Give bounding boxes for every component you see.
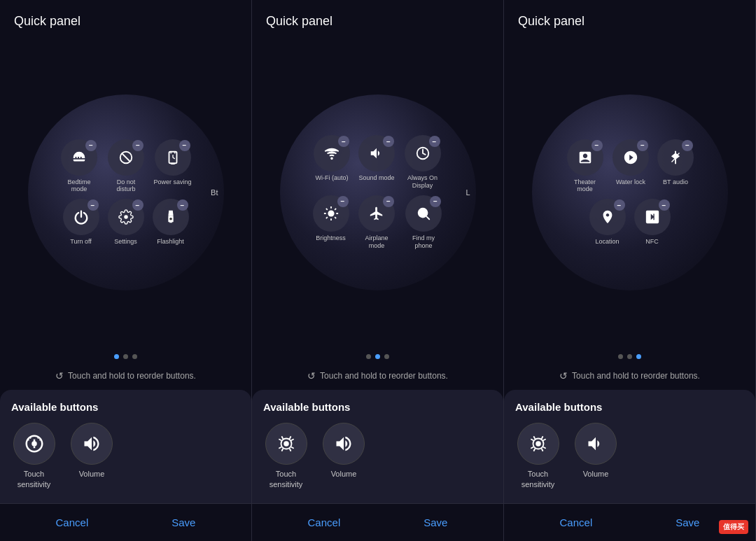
bottom-actions-3: Cancel Save — [504, 503, 755, 541]
volume-label-2: Volume — [331, 469, 357, 479]
powersave-label: Power saving — [153, 178, 191, 186]
volume-btn-2[interactable]: Volume — [323, 423, 365, 489]
dot-1-1[interactable] — [114, 354, 119, 359]
flashlight-label: Flashlight — [157, 238, 184, 246]
available-row-3: Touch sensitivity Volume — [515, 423, 744, 489]
cancel-btn-2[interactable]: Cancel — [294, 514, 355, 531]
touch-label-3: Touch sensitivity — [515, 469, 561, 489]
nfc-label: NFC — [645, 238, 659, 246]
airplane-btn[interactable]: − Airplane mode — [358, 195, 396, 250]
waterlock-label: Water lock — [616, 178, 645, 186]
dot-2-2[interactable] — [375, 354, 380, 359]
btaudio-label: BT audio — [663, 178, 688, 186]
powersave-btn[interactable]: − Power saving — [153, 139, 191, 194]
findphone-label: Find my phone — [405, 234, 443, 250]
dots-1 — [0, 349, 251, 365]
dot-3-2[interactable] — [627, 354, 632, 359]
touch-sensitivity-btn-3[interactable]: Touch sensitivity — [515, 423, 561, 489]
volume-label-1: Volume — [79, 469, 105, 479]
watermark: 值得买 — [719, 520, 748, 534]
touch-icon-1 — [13, 423, 55, 465]
dot-1-3[interactable] — [132, 354, 137, 359]
bedtime-icon: − — [61, 139, 97, 176]
nfc-btn[interactable]: − NFC — [634, 199, 671, 246]
touch-sensitivity-btn-1[interactable]: Touch sensitivity — [11, 423, 57, 489]
volume-btn-3[interactable]: Volume — [575, 423, 617, 489]
findphone-btn[interactable]: − Find my phone — [405, 195, 443, 250]
watch-area-3: − Theater mode − — [504, 36, 755, 349]
svg-point-8 — [169, 218, 172, 220]
bottom-actions-1: Cancel Save — [0, 503, 251, 541]
available-row-1: Touch sensitivity Volume — [11, 423, 240, 489]
watch-row-2-2: − Brightness − — [313, 195, 443, 250]
touch-icon-3 — [517, 423, 559, 465]
location-label: Location — [595, 238, 619, 246]
brightness-btn[interactable]: − Brightness — [313, 195, 349, 250]
aod-icon: − — [405, 135, 441, 171]
aod-label: Always On Display — [403, 174, 442, 190]
save-btn-2[interactable]: Save — [410, 514, 461, 531]
reorder-icon-1: ↺ — [55, 370, 64, 381]
dot-2-1[interactable] — [366, 354, 371, 359]
dnd-btn[interactable]: − Do not disturb — [106, 139, 145, 194]
watch-row-1-2: − Turn off − Settings — [63, 199, 189, 246]
svg-line-1 — [122, 153, 130, 161]
wifi-icon: − — [314, 135, 350, 171]
partial-label-1: Bt — [211, 188, 218, 197]
reorder-icon-3: ↺ — [559, 370, 568, 381]
watch-circle-2: − Wi-Fi (auto) − — [280, 94, 476, 290]
theater-label: Theater mode — [566, 178, 604, 194]
svg-point-16 — [536, 442, 541, 447]
wifi-btn[interactable]: − Wi-Fi (auto) — [314, 135, 350, 190]
watch-circle-3: − Theater mode − — [532, 94, 728, 290]
available-title-1: Available buttons — [11, 401, 240, 413]
available-section-1: Available buttons Touch sensitivity — [0, 390, 251, 503]
sound-label: Sound mode — [358, 174, 394, 182]
turnoff-label: Turn off — [70, 238, 92, 246]
save-btn-3[interactable]: Save — [662, 514, 713, 531]
dot-3-1[interactable] — [618, 354, 623, 359]
turnoff-btn[interactable]: − Turn off — [63, 199, 99, 246]
volume-btn-1[interactable]: Volume — [71, 423, 113, 489]
dot-3-3[interactable] — [636, 354, 641, 359]
cancel-btn-3[interactable]: Cancel — [546, 514, 607, 531]
reorder-hint-2: ↺ Touch and hold to reorder buttons. — [252, 365, 503, 387]
flashlight-icon: − — [153, 199, 189, 235]
findphone-icon: − — [405, 195, 442, 232]
location-btn[interactable]: − Location — [589, 199, 626, 246]
buttons-grid-3: − Theater mode − — [566, 139, 694, 246]
dot-1-2[interactable] — [123, 354, 128, 359]
bedtime-label: Bedtime mode — [59, 178, 98, 194]
brightness-label: Brightness — [316, 234, 346, 242]
aod-btn[interactable]: − Always On Display — [403, 135, 442, 190]
theater-icon: − — [567, 139, 603, 176]
available-section-3: Available buttons Touch sensitivity — [504, 390, 755, 503]
panel-2: Quick panel − Wi-Fi (auto) — [252, 0, 504, 541]
watch-row-1-1: − Bedtime mode − Do not disturb — [59, 139, 191, 194]
buttons-grid-1: − Bedtime mode − Do not disturb — [59, 139, 191, 246]
bedtime-btn[interactable]: − Bedtime mode — [59, 139, 98, 194]
theater-btn[interactable]: − Theater mode — [566, 139, 604, 194]
flashlight-btn[interactable]: − Flashlight — [153, 199, 189, 246]
reorder-hint-1: ↺ Touch and hold to reorder buttons. — [0, 365, 251, 387]
brightness-icon: − — [313, 195, 349, 232]
cancel-btn-1[interactable]: Cancel — [42, 514, 103, 531]
sound-btn[interactable]: − Sound mode — [358, 135, 395, 190]
watch-row-3-2: − Location − — [589, 199, 671, 246]
airplane-icon: − — [358, 195, 395, 232]
dot-2-3[interactable] — [384, 354, 389, 359]
panel-1: Quick panel − Bedtime mode − — [0, 0, 252, 541]
reorder-icon-2: ↺ — [307, 370, 316, 381]
svg-point-13 — [419, 208, 428, 217]
dnd-icon: − — [108, 139, 144, 176]
settings-btn[interactable]: − Settings — [108, 199, 144, 246]
nfc-icon: − — [634, 199, 671, 235]
touch-sensitivity-btn-2[interactable]: Touch sensitivity — [263, 423, 309, 489]
settings-label: Settings — [114, 238, 137, 246]
btaudio-btn[interactable]: − BT audio — [657, 139, 694, 194]
save-btn-1[interactable]: Save — [158, 514, 209, 531]
panel-3: Quick panel − Theater mode — [504, 0, 756, 541]
volume-icon-1 — [71, 423, 113, 465]
volume-label-3: Volume — [583, 469, 609, 479]
waterlock-btn[interactable]: − Water lock — [612, 139, 649, 194]
